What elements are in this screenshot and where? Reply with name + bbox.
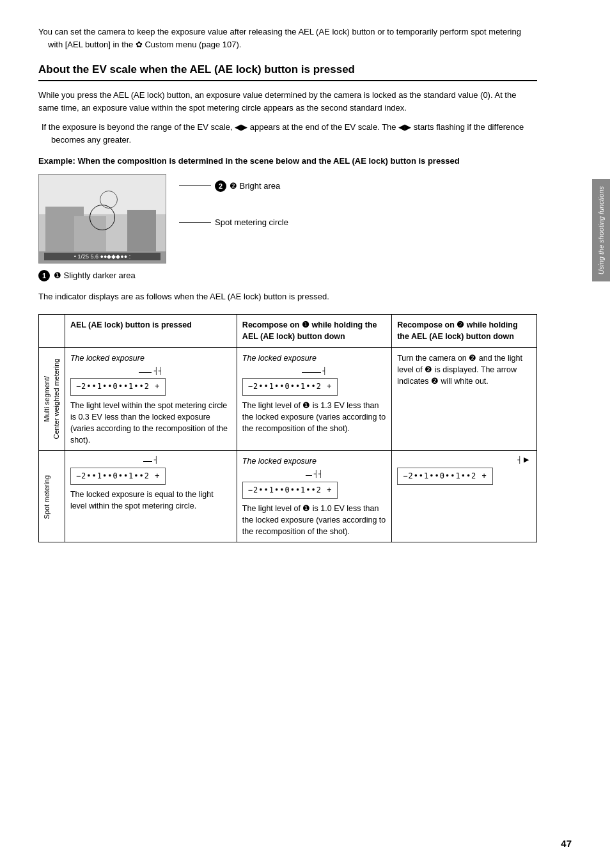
camera-viewfinder: • 1/25 5.6 ●●◆◆◆●● : bbox=[38, 174, 166, 264]
table-col1-header: AEL (AE lock) button is pressed bbox=[65, 315, 237, 347]
description-multi-col2: The light level of ❶ is 1.3 EV less than… bbox=[242, 400, 386, 434]
ev-scale-2: ┤ −2••1••0••1••2 + bbox=[242, 367, 386, 398]
row-header-multi: Multi segment/Center weighted metering bbox=[39, 347, 65, 451]
ev-display-1: −2••1••0••1••2 + bbox=[70, 378, 166, 395]
building-right bbox=[127, 210, 156, 251]
description-spot-col1: The locked exposure is equal to the ligh… bbox=[70, 489, 231, 512]
ev-bar-display: • 1/25 5.6 ●●◆◆◆●● : bbox=[44, 253, 160, 260]
darker-area-label: 1 ❶ Slightly darker area bbox=[38, 270, 537, 281]
table-cell-multi-col3: Turn the camera on ❷ and the light level… bbox=[392, 347, 537, 451]
table-row: Multi segment/Center weighted metering T… bbox=[39, 347, 537, 451]
table-cell-multi-col2: The locked exposure ┤ −2••1••0••1••2 + T… bbox=[237, 347, 391, 451]
ev-display-spot-1: −2••1••0••1••2 + bbox=[70, 468, 166, 485]
indicator-table: AEL (AE lock) button is pressed Recompos… bbox=[38, 314, 537, 542]
ev-scale-spot-3: ┤ ▶ −2••1••0••1••2 + bbox=[397, 455, 531, 487]
table-cell-spot-col1: ┤ −2••1••0••1••2 + The locked exposure i… bbox=[65, 451, 237, 542]
table-col3-header: Recompose on ❷ while holding the AEL (AE… bbox=[392, 315, 537, 347]
ev-scale-spot-2: ┤┤ −2••1••0••1••2 + bbox=[242, 470, 386, 501]
table-col2-header: Recompose on ❶ while holding the AEL (AE… bbox=[237, 315, 391, 347]
ev-scale-1: ┤┤ −2••1••0••1••2 + bbox=[70, 367, 231, 398]
sidebar-strip: Using the shooting functions bbox=[592, 179, 610, 281]
scene-diagram: • 1/25 5.6 ●●◆◆◆●● : 2 ❷ Bright area Spo… bbox=[38, 174, 537, 264]
spot-metering-circle-graphic bbox=[90, 205, 115, 230]
table-row: Spot metering ┤ −2••1••0••1••2 + The loc… bbox=[39, 451, 537, 542]
ev-display-spot-2: −2••1••0••1••2 + bbox=[242, 482, 338, 499]
description-spot-col2: The light level of ❶ is 1.0 EV less than… bbox=[242, 503, 386, 537]
row-header-spot: Spot metering bbox=[39, 451, 65, 542]
section-body: While you press the AEL (AE lock) button… bbox=[38, 89, 537, 114]
locked-exposure-label-1: The locked exposure bbox=[70, 352, 231, 364]
intro-bullet: You can set the camera to keep the expos… bbox=[38, 26, 537, 51]
ev-display-spot-3: −2••1••0••1••2 + bbox=[397, 468, 493, 485]
bright-area-label: 2 ❷ Bright area bbox=[179, 180, 288, 192]
example-caption: Example: When the composition is determi… bbox=[38, 155, 537, 168]
spot-metering-label: Spot metering circle bbox=[179, 217, 288, 227]
table-cell-spot-col2: The locked exposure ┤┤ −2••1••0••1••2 + … bbox=[237, 451, 391, 542]
section-heading: About the EV scale when the AEL (AE lock… bbox=[38, 63, 537, 81]
locked-exposure-label-spot-2: The locked exposure bbox=[242, 455, 386, 467]
table-cell-spot-col3: ┤ ▶ −2••1••0••1••2 + bbox=[392, 451, 537, 542]
indicator-intro-text: The indicator displays are as follows wh… bbox=[38, 290, 537, 303]
ev-scale-spot-1: ┤ −2••1••0••1••2 + bbox=[70, 455, 231, 487]
table-cell-multi-col1: The locked exposure ┤┤ −2••1••0••1••2 + … bbox=[65, 347, 237, 451]
page-number: 47 bbox=[561, 838, 572, 849]
description-multi-col1: The light level within the spot metering… bbox=[70, 400, 231, 446]
locked-exposure-label-2: The locked exposure bbox=[242, 352, 386, 364]
ev-display-2: −2••1••0••1••2 + bbox=[242, 378, 338, 395]
description-multi-col3: Turn the camera on ❷ and the light level… bbox=[397, 352, 531, 387]
sub-bullet: If the exposure is beyond the range of t… bbox=[38, 121, 537, 146]
